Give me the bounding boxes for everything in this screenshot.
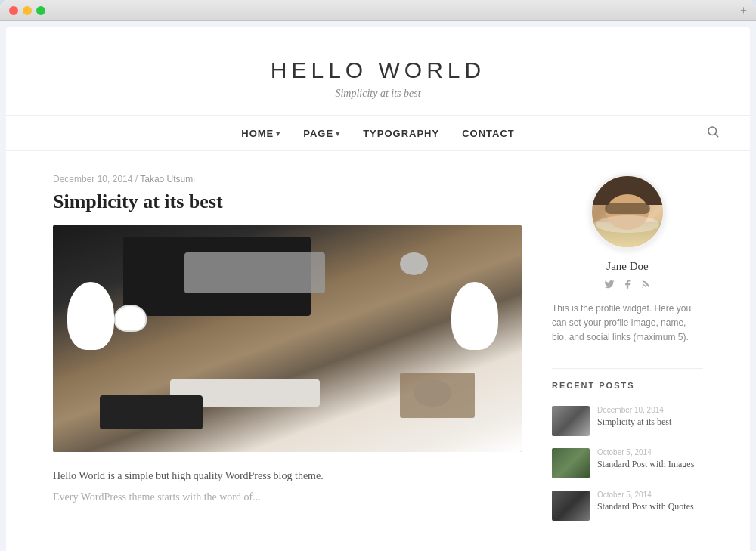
close-button[interactable] xyxy=(9,6,18,15)
profile-name: Jane Doe xyxy=(552,260,703,273)
profile-widget: Jane Doe This is the profile widget. Her… xyxy=(552,174,703,345)
svg-point-2 xyxy=(642,287,643,288)
post-image-content xyxy=(53,225,522,452)
nav-link-typography[interactable]: TYPOGRAPHY xyxy=(363,128,439,139)
navigation: HOME PAGE TYPOGRAPHY CONTACT xyxy=(6,116,750,151)
nav-link-home[interactable]: HOME xyxy=(241,128,280,139)
site-title: HELLO WORLD xyxy=(21,57,735,83)
desk-tablet xyxy=(100,395,203,429)
site-header: HELLO WORLD Simplicity at its best xyxy=(6,27,750,116)
site-tagline: Simplicity at its best xyxy=(21,88,735,100)
nav-item-typography[interactable]: TYPOGRAPHY xyxy=(363,126,439,140)
maximize-button[interactable] xyxy=(36,6,45,15)
nav-link-contact[interactable]: CONTACT xyxy=(462,128,515,139)
traffic-lights xyxy=(9,6,45,15)
recent-post-info-1: December 10, 2014 Simplicity at its best xyxy=(597,406,703,429)
desk-mousepad xyxy=(400,373,475,418)
desk-mouse-top xyxy=(400,252,428,275)
sidebar: Jane Doe This is the profile widget. Her… xyxy=(552,174,703,533)
recent-post-thumb-1 xyxy=(552,406,590,436)
svg-point-0 xyxy=(708,127,717,135)
recent-post-title-3[interactable]: Standard Post with Quotes xyxy=(597,500,703,513)
nav-item-page[interactable]: PAGE xyxy=(303,126,340,140)
sidebar-divider xyxy=(552,368,703,369)
recent-posts-title: RECENT POSTS xyxy=(552,381,703,395)
recent-post-thumb-2 xyxy=(552,448,590,478)
post-author[interactable]: Takao Utsumi xyxy=(140,174,195,184)
page-content: HELLO WORLD Simplicity at its best HOME … xyxy=(6,27,750,551)
recent-posts-widget: RECENT POSTS December 10, 2014 Simplicit… xyxy=(552,381,703,521)
minimize-button[interactable] xyxy=(23,6,32,15)
nav-link-page[interactable]: PAGE xyxy=(303,128,340,139)
post-featured-image xyxy=(53,225,522,452)
rss-icon[interactable] xyxy=(640,279,651,293)
facebook-icon[interactable] xyxy=(622,279,633,293)
browser-window: + HELLO WORLD Simplicity at its best HOM… xyxy=(0,0,756,551)
new-tab-button[interactable]: + xyxy=(740,5,747,17)
titlebar: + xyxy=(0,0,756,21)
recent-post-title-1[interactable]: Simplicity at its best xyxy=(597,416,703,429)
recent-post-item-3: October 5, 2014 Standard Post with Quote… xyxy=(552,491,703,521)
recent-post-title-2[interactable]: Standard Post with Images xyxy=(597,458,703,471)
search-icon[interactable] xyxy=(706,125,720,142)
post-separator: / xyxy=(135,174,138,184)
nav-page-label: PAGE xyxy=(303,128,340,139)
profile-bio: This is the profile widget. Here you can… xyxy=(552,302,703,345)
content-area: December 10, 2014 / Takao Utsumi Simplic… xyxy=(53,174,522,533)
recent-post-info-2: October 5, 2014 Standard Post with Image… xyxy=(597,448,703,471)
nav-links: HOME PAGE TYPOGRAPHY CONTACT xyxy=(241,126,515,140)
nav-item-home[interactable]: HOME xyxy=(241,126,280,140)
avatar-flowers xyxy=(596,215,660,234)
post-date: December 10, 2014 xyxy=(53,174,132,184)
main-layout: December 10, 2014 / Takao Utsumi Simplic… xyxy=(38,151,718,551)
recent-post-date-2: October 5, 2014 xyxy=(597,448,703,457)
desk-cup xyxy=(114,305,147,332)
profile-social-links xyxy=(552,279,703,293)
avatar-glasses xyxy=(605,203,650,214)
desk-speaker-right xyxy=(451,282,498,350)
nav-item-contact[interactable]: CONTACT xyxy=(462,126,515,140)
desk-speaker-left xyxy=(67,282,114,350)
post-title: Simplicity at its best xyxy=(53,190,522,213)
recent-post-item: December 10, 2014 Simplicity at its best xyxy=(552,406,703,436)
recent-post-thumb-3 xyxy=(552,491,590,521)
post-meta: December 10, 2014 / Takao Utsumi xyxy=(53,174,522,184)
avatar xyxy=(590,174,665,249)
recent-post-date-1: December 10, 2014 xyxy=(597,406,703,414)
desk-keyboard-top xyxy=(184,252,325,293)
recent-post-date-3: October 5, 2014 xyxy=(597,491,703,499)
post-excerpt-continued: Every WordPress theme starts with the wo… xyxy=(53,488,522,506)
nav-home-label: HOME xyxy=(241,128,280,139)
svg-line-1 xyxy=(715,134,717,136)
recent-post-info-3: October 5, 2014 Standard Post with Quote… xyxy=(597,491,703,513)
twitter-icon[interactable] xyxy=(604,279,615,293)
post-excerpt: Hello World is a simple but high quality… xyxy=(53,467,522,485)
recent-post-item-2: October 5, 2014 Standard Post with Image… xyxy=(552,448,703,478)
